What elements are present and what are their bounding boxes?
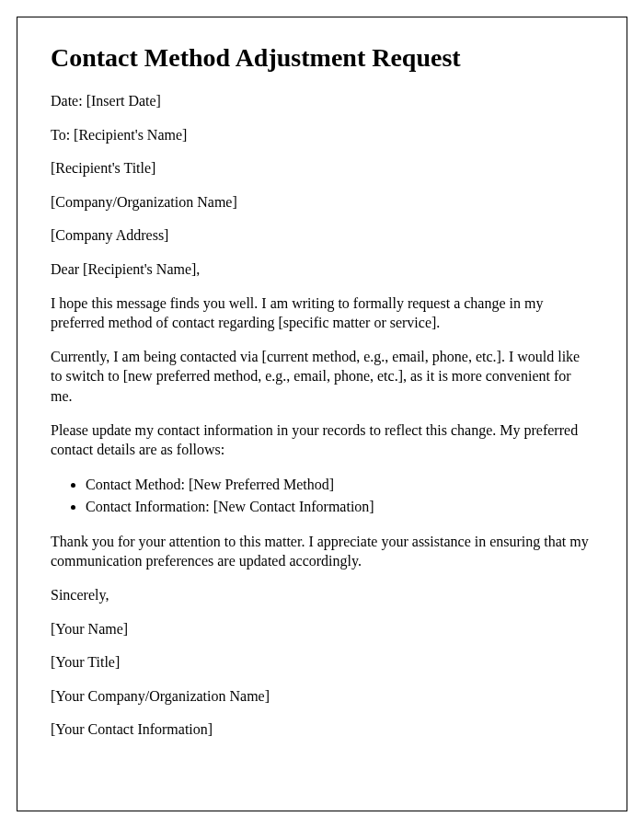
contact-details-list: Contact Method: [New Preferred Method] C… bbox=[86, 474, 593, 518]
salutation-line: Dear [Recipient's Name], bbox=[51, 259, 593, 280]
company-line: [Company/Organization Name] bbox=[51, 192, 593, 213]
sender-name-line: [Your Name] bbox=[51, 619, 593, 639]
address-line: [Company Address] bbox=[51, 225, 593, 246]
document-title: Contact Method Adjustment Request bbox=[51, 43, 593, 73]
document-page: Contact Method Adjustment Request Date: … bbox=[17, 17, 627, 811]
sender-contact-line: [Your Contact Information] bbox=[51, 719, 593, 740]
date-line: Date: [Insert Date] bbox=[51, 91, 593, 111]
body-paragraph-2: Currently, I am being contacted via [cur… bbox=[51, 347, 593, 407]
list-item: Contact Method: [New Preferred Method] bbox=[86, 474, 593, 496]
signoff-line: Sincerely, bbox=[51, 585, 593, 605]
list-item: Contact Information: [New Contact Inform… bbox=[86, 496, 593, 518]
body-paragraph-1: I hope this message finds you well. I am… bbox=[51, 293, 593, 333]
body-paragraph-3: Please update my contact information in … bbox=[51, 420, 593, 460]
to-line: To: [Recipient's Name] bbox=[51, 125, 593, 145]
sender-title-line: [Your Title] bbox=[51, 652, 593, 673]
recipient-title-line: [Recipient's Title] bbox=[51, 158, 593, 178]
sender-company-line: [Your Company/Organization Name] bbox=[51, 686, 593, 707]
body-paragraph-4: Thank you for your attention to this mat… bbox=[51, 532, 593, 571]
